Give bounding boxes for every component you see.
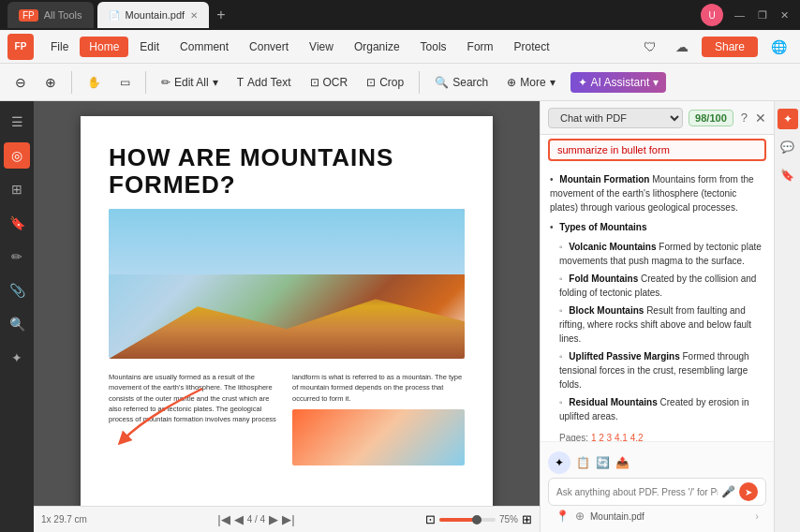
bullet-title-2: Types of Mountains (559, 222, 646, 232)
sidebar-item-bookmarks[interactable]: 🔖 (4, 210, 30, 236)
menu-file[interactable]: File (41, 37, 78, 57)
sidebar-item-layers[interactable]: ⊞ (4, 176, 30, 202)
help-button[interactable]: ? (739, 109, 749, 126)
bullet-dot-1: • (550, 174, 554, 185)
page-ref-2[interactable]: 2 (599, 433, 604, 441)
sidebar-item-signatures[interactable]: ✦ (4, 345, 30, 371)
rs-icon-ai[interactable]: ✦ (778, 109, 798, 129)
bullet-title-1: Mountain Formation (559, 174, 649, 185)
pdf-scroll[interactable]: HOW ARE MOUNTAINS FORMED? Mountains are … (34, 101, 540, 532)
sub-title-residual: Residual Mountains (569, 397, 657, 407)
rs-icon-bookmark[interactable]: 🔖 (778, 165, 798, 185)
ocr-label: OCR (323, 76, 348, 89)
first-page-button[interactable]: |◀ (217, 512, 230, 526)
new-tab-button[interactable]: + (213, 7, 229, 23)
search-button[interactable]: 🔍 Search (427, 72, 496, 93)
fullscreen-button[interactable]: ⊞ (522, 512, 532, 526)
zoom-in-button[interactable]: ⊕ (37, 71, 64, 94)
toolbar-separator-2 (145, 71, 146, 94)
page-ref-5[interactable]: 4.2 (630, 433, 644, 441)
next-page-button[interactable]: ▶ (269, 512, 278, 526)
maximize-button[interactable]: ❐ (754, 9, 771, 22)
sidebar-item-pages[interactable]: ◎ (4, 142, 30, 169)
sub-title-volcanic: Volcanic Mountains (569, 242, 656, 252)
expand-chat-icon[interactable]: › (755, 510, 759, 522)
share-button[interactable]: Share (702, 37, 758, 57)
page-references: Pages: 1 2 3 4.1 4.2 (550, 427, 764, 441)
chat-input-field[interactable] (556, 487, 718, 497)
ai-sub-residual: ◦ Residual Mountains Created by erosion … (550, 395, 764, 423)
sub-bullet-dot-2: ◦ (559, 273, 563, 284)
cloud-icon-btn[interactable]: ☁ (670, 37, 694, 56)
zoom-slider-thumb (472, 515, 481, 525)
fit-page-button[interactable]: ⊡ (425, 512, 436, 526)
pdf-small-image (292, 409, 465, 466)
pdf-columns: Mountains are usually formed as a result… (109, 372, 465, 466)
location-icon[interactable]: 📍 (556, 510, 570, 523)
copy-button[interactable]: 📋 (576, 456, 590, 469)
ai-assistant-button[interactable]: ✦ AI Assistant ▾ (570, 72, 667, 93)
pdf-col-2: landform is what is referred to as a mou… (292, 372, 465, 466)
minimize-button[interactable]: — (731, 9, 748, 21)
hand-icon: ✋ (87, 76, 101, 89)
titlebar-controls: U — ❐ ✕ (701, 4, 793, 26)
ai-label: AI Assistant (591, 76, 650, 89)
page-ref-4[interactable]: 4.1 (615, 433, 628, 441)
prev-page-button[interactable]: ◀ (234, 512, 244, 526)
edit-all-dropdown-icon: ▾ (213, 76, 218, 89)
more-label: More (520, 76, 545, 89)
zoom-out-icon: ⊖ (15, 75, 26, 90)
pdf-title: HOW ARE MOUNTAINS FORMED? (109, 144, 465, 198)
online-icon-btn[interactable]: 🌐 (765, 37, 793, 56)
app-logo: FP (7, 34, 34, 60)
sidebar-item-annotations[interactable]: ✏ (4, 244, 30, 270)
search-label: Search (452, 76, 488, 89)
close-button[interactable]: ✕ (777, 9, 793, 22)
share-chat-button[interactable]: 📤 (615, 456, 630, 469)
crop-button[interactable]: ⊡ Crop (359, 72, 411, 93)
menu-convert[interactable]: Convert (240, 37, 298, 57)
page-ref-3[interactable]: 3 (607, 433, 613, 441)
menu-edit[interactable]: Edit (130, 37, 169, 57)
shield-icon-btn[interactable]: 🛡 (638, 37, 662, 56)
tab-all-tools[interactable]: FP All Tools (7, 2, 94, 28)
search-icon: 🔍 (435, 76, 449, 89)
menu-form[interactable]: Form (458, 37, 503, 57)
page-ref-1[interactable]: 1 (591, 433, 597, 441)
ocr-button[interactable]: ⊡ OCR (303, 72, 356, 93)
chat-bottom: ✦ 📋 🔄 📤 🎤 ➤ 📍 ⊕ Mountain.pdf › (541, 441, 774, 532)
window-controls: — ❐ ✕ (731, 9, 793, 22)
add-attachment-icon[interactable]: ⊕ (575, 510, 585, 523)
tab-mountain-pdf[interactable]: 📄 Mountain.pdf ✕ (97, 2, 210, 28)
zoom-out-button[interactable]: ⊖ (7, 71, 34, 94)
close-panel-button[interactable]: ✕ (755, 111, 766, 126)
rs-icon-comment[interactable]: 💬 (778, 137, 798, 157)
menu-view[interactable]: View (300, 37, 343, 57)
search-query-text: summarize in bullet form (557, 144, 670, 155)
send-button[interactable]: ➤ (739, 482, 758, 501)
page-nav: |◀ ◀ 4 / 4 ▶ ▶| (217, 512, 294, 526)
menu-tools[interactable]: Tools (411, 37, 456, 57)
menu-organize[interactable]: Organize (345, 37, 409, 57)
more-button[interactable]: ⊕ More ▾ (499, 72, 562, 93)
edit-icon: ✏ (161, 76, 170, 89)
menu-protect[interactable]: Protect (505, 37, 559, 57)
ai-sub-uplifted: ◦ Uplifted Passive Margins Formed throug… (550, 349, 764, 392)
hand-tool-button[interactable]: ✋ (80, 72, 109, 93)
sidebar-item-menu[interactable]: ☰ (4, 109, 30, 135)
select-tool-button[interactable]: ▭ (112, 72, 138, 93)
sidebar-item-search[interactable]: 🔍 (4, 311, 30, 337)
zoom-slider[interactable] (439, 518, 496, 522)
chat-mode-select[interactable]: Chat with PDF (548, 108, 683, 128)
ai-score: 98/100 (689, 110, 733, 126)
sidebar-item-attachments[interactable]: 📎 (4, 277, 30, 303)
menu-home[interactable]: Home (80, 37, 128, 57)
edit-all-button[interactable]: ✏ Edit All ▾ (154, 72, 226, 93)
sub-title-block: Block Mountains (569, 305, 644, 316)
menu-comment[interactable]: Comment (170, 37, 238, 57)
last-page-button[interactable]: ▶| (282, 512, 294, 526)
close-tab-icon[interactable]: ✕ (190, 10, 198, 21)
refresh-button[interactable]: 🔄 (596, 456, 610, 469)
mic-button[interactable]: 🎤 (721, 485, 735, 498)
add-text-button[interactable]: T Add Text (230, 72, 299, 93)
